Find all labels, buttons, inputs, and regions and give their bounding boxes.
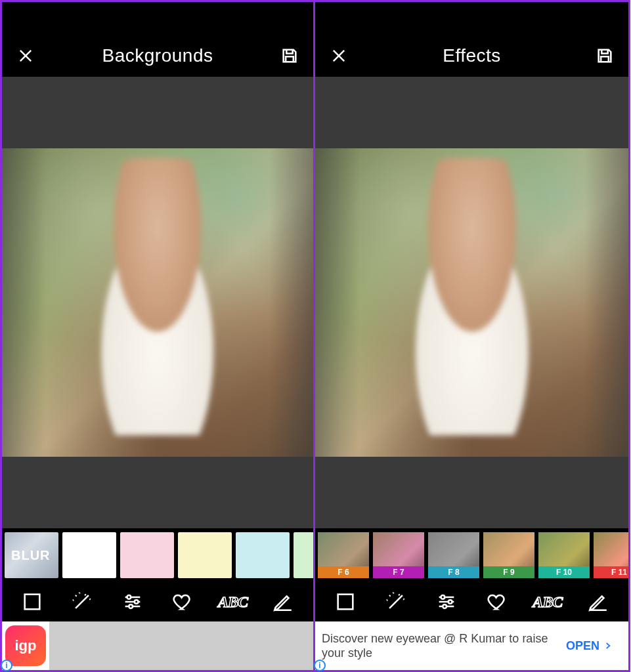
svg-point-6: [448, 600, 452, 604]
effects-tool[interactable]: [381, 587, 410, 616]
effect-filter[interactable]: F 11: [594, 532, 628, 578]
background-swatch-strip[interactable]: BLUR: [2, 528, 313, 582]
background-swatch[interactable]: BLUR: [5, 532, 58, 578]
svg-point-5: [441, 595, 445, 599]
background-swatch[interactable]: [294, 532, 313, 578]
filter-label: F 6: [318, 566, 369, 578]
svg-point-7: [443, 604, 446, 608]
svg-rect-4: [338, 595, 353, 610]
filter-label: F 9: [483, 566, 534, 578]
ad-info-icon[interactable]: i: [1, 660, 12, 671]
text-tool[interactable]: ABC: [533, 587, 562, 616]
svg-point-2: [135, 600, 139, 604]
filter-label: F 11: [594, 566, 628, 578]
ad-text: Discover new eyewear @ R Kumar to raise …: [322, 631, 550, 661]
bottom-toolbar: ABC: [2, 582, 313, 621]
draw-tool[interactable]: [269, 587, 297, 616]
filter-label: F 10: [538, 566, 590, 578]
header-title: Backgrounds: [102, 45, 213, 66]
image-canvas[interactable]: [2, 77, 313, 528]
draw-tool[interactable]: [584, 587, 613, 616]
ad-banner[interactable]: i Discover new eyewear @ R Kumar to rais…: [315, 621, 628, 670]
filter-label: F 8: [428, 566, 479, 578]
effect-filter[interactable]: F 7: [373, 532, 424, 578]
save-icon[interactable]: [594, 45, 615, 66]
app-header: Backgrounds: [2, 35, 313, 77]
adjust-tool[interactable]: [432, 587, 461, 616]
ad-info-icon[interactable]: i: [314, 660, 326, 671]
close-icon[interactable]: [15, 45, 36, 66]
background-swatch[interactable]: [62, 532, 116, 578]
status-bar: [2, 2, 313, 35]
backgrounds-tool[interactable]: [331, 587, 360, 616]
bottom-toolbar: ABC: [315, 582, 628, 621]
image-canvas[interactable]: [315, 77, 628, 528]
background-swatch[interactable]: [236, 532, 290, 578]
backgrounds-tool[interactable]: [18, 587, 47, 616]
effects-filter-strip[interactable]: F 6F 7F 8F 9F 10F 11: [315, 528, 628, 582]
background-swatch[interactable]: [120, 532, 174, 578]
text-tool[interactable]: ABC: [218, 587, 247, 616]
ad-open-button[interactable]: OPEN: [557, 633, 622, 660]
ad-logo: igp: [5, 625, 46, 666]
header-title: Effects: [443, 45, 501, 66]
edited-photo: [2, 148, 313, 457]
app-header: Effects: [315, 35, 628, 77]
ad-banner[interactable]: igp i: [2, 621, 313, 670]
phone-effects: Effects F 6F 7F 8F 9F 10F 11 ABC i Disco…: [315, 0, 630, 672]
favorite-tool[interactable]: [168, 587, 197, 616]
svg-point-3: [129, 604, 133, 608]
adjust-tool[interactable]: [118, 587, 147, 616]
status-bar: [315, 2, 628, 35]
save-icon[interactable]: [279, 45, 300, 66]
svg-point-1: [127, 595, 131, 599]
favorite-tool[interactable]: [483, 587, 511, 616]
effect-filter[interactable]: F 9: [483, 532, 534, 578]
background-swatch[interactable]: [178, 532, 232, 578]
effects-tool[interactable]: [68, 587, 97, 616]
phone-backgrounds: Backgrounds BLUR ABC igp i: [0, 0, 315, 672]
effect-filter[interactable]: F 8: [428, 532, 479, 578]
swatch-label: BLUR: [7, 545, 54, 566]
effect-filter[interactable]: F 6: [318, 532, 369, 578]
close-icon[interactable]: [328, 45, 349, 66]
edited-photo: [315, 148, 628, 457]
effect-filter[interactable]: F 10: [538, 532, 590, 578]
filter-label: F 7: [373, 566, 424, 578]
svg-rect-0: [25, 595, 40, 610]
